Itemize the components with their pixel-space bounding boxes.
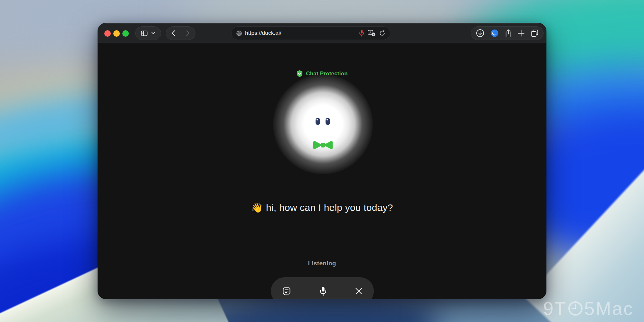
greeting-text: 👋hi, how can I help you today? — [98, 202, 546, 213]
globe-icon — [236, 30, 242, 36]
watermark-part1: 9T — [543, 299, 567, 318]
page-content: Chat Protection 👋hi, how can I help you … — [98, 43, 546, 299]
watermark-part2: 5Mac — [584, 299, 634, 318]
minimize-window-button[interactable] — [113, 30, 120, 37]
clock-icon — [568, 301, 583, 316]
close-icon — [355, 287, 363, 295]
share-icon — [505, 29, 512, 38]
microphone-button[interactable] — [319, 286, 327, 296]
duck-eye-left — [316, 118, 320, 125]
back-icon — [172, 30, 175, 36]
svg-text:x: x — [373, 33, 374, 36]
transcript-icon — [282, 286, 291, 296]
downloads-button[interactable] — [476, 29, 484, 37]
greeting-message: hi, how can I help you today? — [266, 202, 393, 213]
toolbar-actions — [471, 26, 544, 40]
extension-moon-icon — [490, 29, 499, 37]
nav-buttons — [166, 26, 195, 40]
plus-icon — [518, 30, 525, 37]
sidebar-icon — [141, 31, 147, 36]
voice-control-bar — [271, 277, 374, 299]
reload-icon[interactable] — [379, 30, 385, 36]
svg-text:A: A — [369, 31, 372, 34]
browser-toolbar: https://duck.ai/ A x — [98, 23, 546, 43]
chevron-down-icon — [151, 32, 155, 34]
duck-bowtie-icon — [313, 140, 333, 150]
sidebar-toggle-button[interactable] — [135, 26, 161, 40]
duck-glow — [273, 74, 373, 174]
address-bar[interactable]: https://duck.ai/ A x — [231, 26, 390, 40]
listening-status: Listening — [98, 260, 546, 267]
back-button[interactable] — [166, 27, 181, 40]
forward-button[interactable] — [181, 27, 195, 40]
tabs-icon — [531, 29, 538, 37]
safari-window: https://duck.ai/ A x — [98, 23, 546, 299]
close-voice-button[interactable] — [355, 287, 363, 295]
tab-overview-button[interactable] — [531, 29, 538, 37]
shield-check-icon — [296, 70, 303, 77]
wave-emoji: 👋 — [251, 202, 263, 213]
site-watermark: 9T 5Mac — [543, 299, 634, 318]
share-button[interactable] — [505, 29, 512, 38]
close-window-button[interactable] — [104, 30, 111, 37]
url-actions: A x — [359, 30, 385, 37]
download-icon — [476, 29, 484, 37]
extension-button[interactable] — [490, 29, 499, 37]
url-text: https://duck.ai/ — [245, 30, 281, 36]
duck-eye-right — [326, 118, 330, 125]
microphone-icon — [319, 286, 327, 296]
zoom-window-button[interactable] — [122, 30, 129, 37]
show-transcript-button[interactable] — [282, 286, 291, 296]
forward-icon — [186, 30, 190, 36]
dictation-mic-icon[interactable] — [359, 30, 364, 37]
translate-icon[interactable]: A x — [368, 30, 375, 36]
new-tab-button[interactable] — [518, 30, 525, 37]
